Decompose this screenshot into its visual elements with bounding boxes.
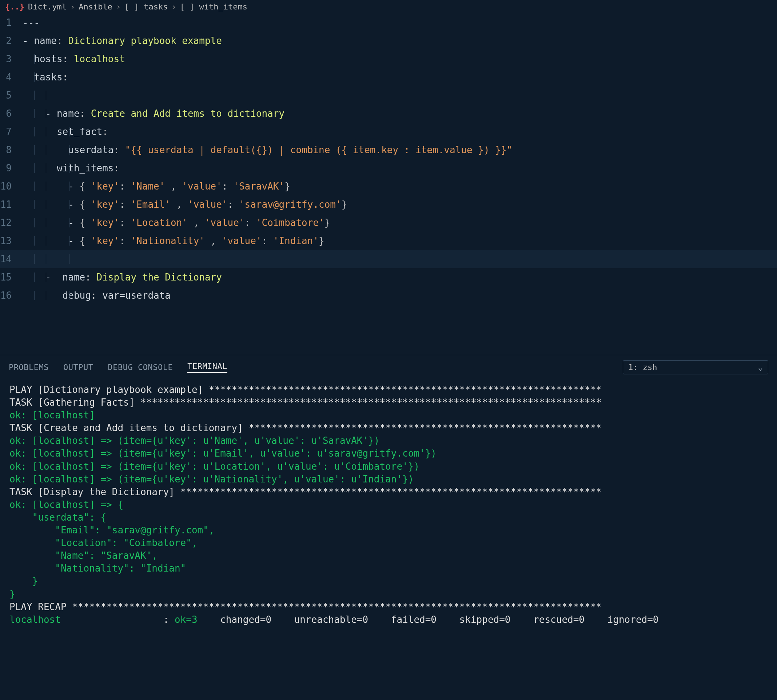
line-content: debug: var=userdata bbox=[23, 291, 171, 300]
tab-output[interactable]: OUTPUT bbox=[63, 363, 93, 372]
terminal-line: TASK [Gathering Facts] *****************… bbox=[10, 396, 767, 409]
terminal-line: "userdata": { bbox=[10, 511, 767, 524]
line-number: 12 bbox=[0, 217, 23, 228]
chevron-down-icon: ⌄ bbox=[758, 363, 763, 372]
line-content: userdata: "{{ userdata | default({}) | c… bbox=[23, 145, 512, 155]
file-icon: {..} bbox=[5, 2, 24, 11]
terminal-line: "Email": "sarav@gritfy.com", bbox=[10, 524, 767, 537]
breadcrumb-part-1[interactable]: [ ] tasks bbox=[125, 2, 168, 11]
terminal-line: } bbox=[10, 588, 767, 601]
line-number: 14 bbox=[0, 253, 23, 265]
line-number: 7 bbox=[0, 126, 23, 137]
terminal-line: ok: [localhost] bbox=[10, 409, 767, 422]
line-content: - name: Dictionary playbook example bbox=[23, 36, 222, 45]
code-line[interactable]: 7 set_fact: bbox=[0, 123, 777, 141]
line-content: - name: Create and Add items to dictiona… bbox=[23, 109, 285, 118]
terminal-output[interactable]: PLAY [Dictionary playbook example] *****… bbox=[0, 379, 777, 700]
line-number: 6 bbox=[0, 108, 23, 119]
line-content bbox=[23, 91, 34, 100]
code-line[interactable]: 2- name: Dictionary playbook example bbox=[0, 32, 777, 50]
panel-tabs: PROBLEMS OUTPUT DEBUG CONSOLE TERMINAL 1… bbox=[0, 355, 777, 379]
line-number: 13 bbox=[0, 235, 23, 246]
tab-debug-console[interactable]: DEBUG CONSOLE bbox=[108, 363, 173, 372]
terminal-line: ok: [localhost] => (item={u'key': u'Nati… bbox=[10, 473, 767, 486]
code-line[interactable]: 11 - { 'key': 'Email' , 'value': 'sarav@… bbox=[0, 195, 777, 213]
breadcrumb-sep: › bbox=[70, 2, 75, 11]
app: {..} Dict.yml › Ansible › [ ] tasks › [ … bbox=[0, 0, 777, 700]
terminal-select[interactable]: 1: zsh ⌄ bbox=[623, 360, 768, 374]
breadcrumb-part-0[interactable]: Ansible bbox=[78, 2, 112, 11]
breadcrumb-part-2[interactable]: [ ] with_items bbox=[180, 2, 247, 11]
line-content: - { 'key': 'Name' , 'value': 'SaravAK'} bbox=[23, 182, 290, 191]
terminal-line: ok: [localhost] => (item={u'key': u'Loca… bbox=[10, 460, 767, 473]
code-line[interactable]: 8 userdata: "{{ userdata | default({}) |… bbox=[0, 141, 777, 159]
line-number: 11 bbox=[0, 199, 23, 210]
line-number: 16 bbox=[0, 290, 23, 301]
line-number: 5 bbox=[0, 90, 23, 101]
bottom-panel: PROBLEMS OUTPUT DEBUG CONSOLE TERMINAL 1… bbox=[0, 355, 777, 700]
terminal-line: TASK [Display the Dictionary] **********… bbox=[10, 486, 767, 498]
line-content: - name: Display the Dictionary bbox=[23, 273, 222, 282]
line-number: 2 bbox=[0, 35, 23, 46]
code-line[interactable]: 3 hosts: localhost bbox=[0, 50, 777, 68]
line-number: 9 bbox=[0, 163, 23, 173]
line-number: 15 bbox=[0, 272, 23, 283]
code-line[interactable]: 5 bbox=[0, 86, 777, 104]
terminal-select-value: 1: zsh bbox=[628, 363, 657, 372]
line-content: - { 'key': 'Email' , 'value': 'sarav@gri… bbox=[23, 200, 347, 209]
line-content: - { 'key': 'Location' , 'value': 'Coimba… bbox=[23, 218, 330, 227]
terminal-line: "Name": "SaravAK", bbox=[10, 549, 767, 562]
tab-problems[interactable]: PROBLEMS bbox=[9, 363, 49, 372]
code-line[interactable]: 10 - { 'key': 'Name' , 'value': 'SaravAK… bbox=[0, 177, 777, 195]
code-line[interactable]: 6 - name: Create and Add items to dictio… bbox=[0, 104, 777, 123]
code-line[interactable]: 13 - { 'key': 'Nationality' , 'value': '… bbox=[0, 232, 777, 250]
code-line[interactable]: 14 bbox=[0, 250, 777, 268]
terminal-line: } bbox=[10, 575, 767, 588]
breadcrumb-file[interactable]: Dict.yml bbox=[28, 2, 67, 11]
code-line[interactable]: 16 debug: var=userdata bbox=[0, 286, 777, 305]
line-number: 8 bbox=[0, 145, 23, 155]
terminal-line: PLAY [Dictionary playbook example] *****… bbox=[10, 383, 767, 396]
code-line[interactable]: 15 - name: Display the Dictionary bbox=[0, 268, 777, 286]
line-number: 3 bbox=[0, 53, 23, 64]
line-number: 10 bbox=[0, 181, 23, 192]
breadcrumb-sep: › bbox=[116, 2, 121, 11]
code-line[interactable]: 12 - { 'key': 'Location' , 'value': 'Coi… bbox=[0, 213, 777, 232]
breadcrumb-sep: › bbox=[171, 2, 176, 11]
line-content bbox=[23, 254, 34, 264]
terminal-line: localhost : ok=3 changed=0 unreachable=0… bbox=[10, 613, 767, 626]
breadcrumb: {..} Dict.yml › Ansible › [ ] tasks › [ … bbox=[0, 0, 777, 13]
code-line[interactable]: 9 with_items: bbox=[0, 159, 777, 177]
line-content: --- bbox=[23, 18, 40, 27]
line-content: set_fact: bbox=[23, 127, 108, 137]
terminal-line: ok: [localhost] => { bbox=[10, 498, 767, 511]
tab-terminal[interactable]: TERMINAL bbox=[187, 362, 227, 373]
line-content: with_items: bbox=[23, 163, 119, 173]
code-line[interactable]: 1--- bbox=[0, 13, 777, 32]
line-number: 4 bbox=[0, 72, 23, 83]
code-line[interactable]: 4 tasks: bbox=[0, 68, 777, 86]
line-content: - { 'key': 'Nationality' , 'value': 'Ind… bbox=[23, 236, 324, 246]
terminal-line: ok: [localhost] => (item={u'key': u'Name… bbox=[10, 434, 767, 447]
terminal-line: PLAY RECAP *****************************… bbox=[10, 601, 767, 613]
terminal-line: ok: [localhost] => (item={u'key': u'Emai… bbox=[10, 447, 767, 460]
line-content: hosts: localhost bbox=[23, 54, 125, 64]
code-editor[interactable]: 1---2- name: Dictionary playbook example… bbox=[0, 13, 777, 355]
terminal-line: "Location": "Coimbatore", bbox=[10, 537, 767, 549]
line-content: tasks: bbox=[23, 72, 68, 82]
terminal-line: TASK [Create and Add items to dictionary… bbox=[10, 422, 767, 434]
terminal-line: "Nationality": "Indian" bbox=[10, 562, 767, 575]
line-number: 1 bbox=[0, 17, 23, 28]
